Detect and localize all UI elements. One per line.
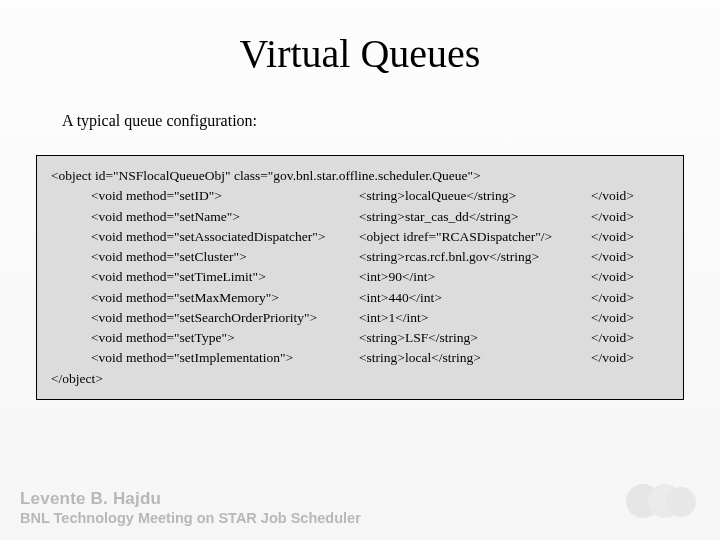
code-method: <void method="setType"> — [91, 328, 359, 348]
code-close-tag: </void> — [591, 227, 634, 247]
code-value: <object idref="RCASDispatcher"/> — [359, 227, 591, 247]
footer-meeting: BNL Technology Meeting on STAR Job Sched… — [20, 510, 420, 526]
footer: Levente B. Hajdu BNL Technology Meeting … — [20, 489, 420, 526]
code-row: <void method="setID"><string>localQueue<… — [51, 186, 669, 206]
code-close-tag: </void> — [591, 247, 634, 267]
code-method: <void method="setCluster"> — [91, 247, 359, 267]
code-close: </object> — [51, 369, 669, 389]
code-method: <void method="setTimeLimit"> — [91, 267, 359, 287]
code-row: <void method="setMaxMemory"><int>440</in… — [51, 288, 669, 308]
code-close-tag: </void> — [591, 308, 634, 328]
code-block: <object id="NSFlocalQueueObj" class="gov… — [36, 155, 684, 400]
code-value: <string>star_cas_dd</string> — [359, 207, 591, 227]
code-row: <void method="setName"><string>star_cas_… — [51, 207, 669, 227]
code-method: <void method="setMaxMemory"> — [91, 288, 359, 308]
code-value: <string>rcas.rcf.bnl.gov</string> — [359, 247, 591, 267]
code-row: <void method="setTimeLimit"><int>90</int… — [51, 267, 669, 287]
code-close-tag: </void> — [591, 348, 634, 368]
code-close-tag: </void> — [591, 186, 634, 206]
code-value: <string>localQueue</string> — [359, 186, 591, 206]
code-method: <void method="setID"> — [91, 186, 359, 206]
footer-author: Levente B. Hajdu — [20, 489, 420, 509]
code-row: <void method="setCluster"><string>rcas.r… — [51, 247, 669, 267]
code-open: <object id="NSFlocalQueueObj" class="gov… — [51, 166, 669, 186]
code-value: <string>local</string> — [359, 348, 591, 368]
code-row: <void method="setAssociatedDispatcher"><… — [51, 227, 669, 247]
code-method: <void method="setImplementation"> — [91, 348, 359, 368]
code-value: <int>440</int> — [359, 288, 591, 308]
slide: Virtual Queues A typical queue configura… — [0, 0, 720, 540]
code-row: <void method="setSearchOrderPriority"><i… — [51, 308, 669, 328]
code-row: <void method="setImplementation"><string… — [51, 348, 669, 368]
page-title: Virtual Queues — [0, 30, 720, 77]
code-value: <string>LSF</string> — [359, 328, 591, 348]
ppdg-logo — [626, 484, 698, 526]
code-row: <void method="setType"><string>LSF</stri… — [51, 328, 669, 348]
code-close-tag: </void> — [591, 207, 634, 227]
code-method: <void method="setName"> — [91, 207, 359, 227]
code-close-tag: </void> — [591, 267, 634, 287]
code-close-tag: </void> — [591, 328, 634, 348]
subtitle: A typical queue configuration: — [62, 112, 257, 130]
code-value: <int>1</int> — [359, 308, 591, 328]
code-value: <int>90</int> — [359, 267, 591, 287]
code-method: <void method="setAssociatedDispatcher"> — [91, 227, 359, 247]
code-close-tag: </void> — [591, 288, 634, 308]
code-method: <void method="setSearchOrderPriority"> — [91, 308, 359, 328]
